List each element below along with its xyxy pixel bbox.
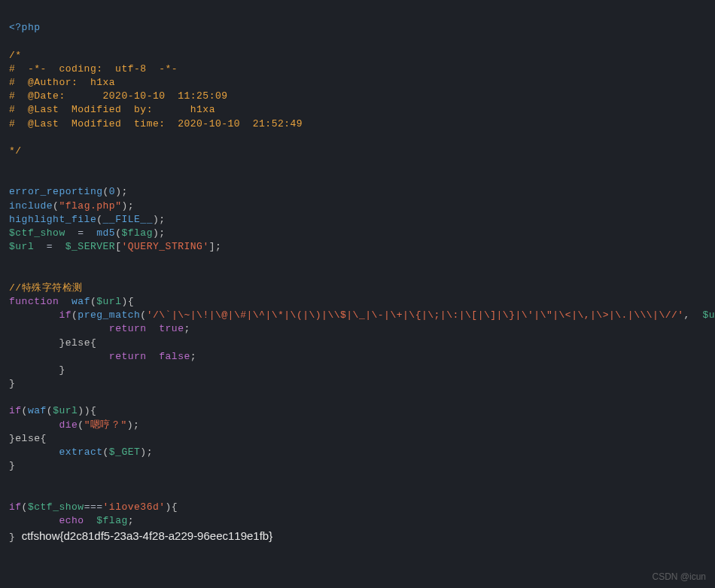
flag-output: ctfshow{d2c81df5-23a3-4f28-a229-96eec119… [22,529,273,542]
comment-line: # @Last Modified time: 2020-10-10 21:52:… [9,118,303,129]
fn-waf: waf [72,296,90,307]
var-ctf-show: $ctf_show [9,227,65,239]
regex-pattern: '/\`|\~|\!|\@|\#|\^|\*|\(|\)|\\$|\_|\-|\… [147,309,684,321]
comment-line: /* [9,50,22,61]
comment-line: # @Author: h1xa [9,77,115,88]
fn-highlight-file: highlight_file [9,214,96,225]
var-url: $url [9,241,34,252]
comment-special: //特殊字符检测 [9,282,83,294]
comment-line: # @Last Modified by: h1xa [9,104,215,115]
fn-error-reporting: error_reporting [9,186,103,197]
comment-line: # -*- coding: utf-8 -*- [9,63,178,75]
watermark: CSDN @icun [652,571,706,583]
code-block: <?php /* # -*- coding: utf-8 -*- # @Auth… [9,8,706,544]
fn-include: include [9,200,53,212]
comment-line: */ [9,145,22,157]
comment-line: # @Date: 2020-10-10 11:25:09 [9,90,228,102]
php-open-tag: <?php [9,22,41,33]
